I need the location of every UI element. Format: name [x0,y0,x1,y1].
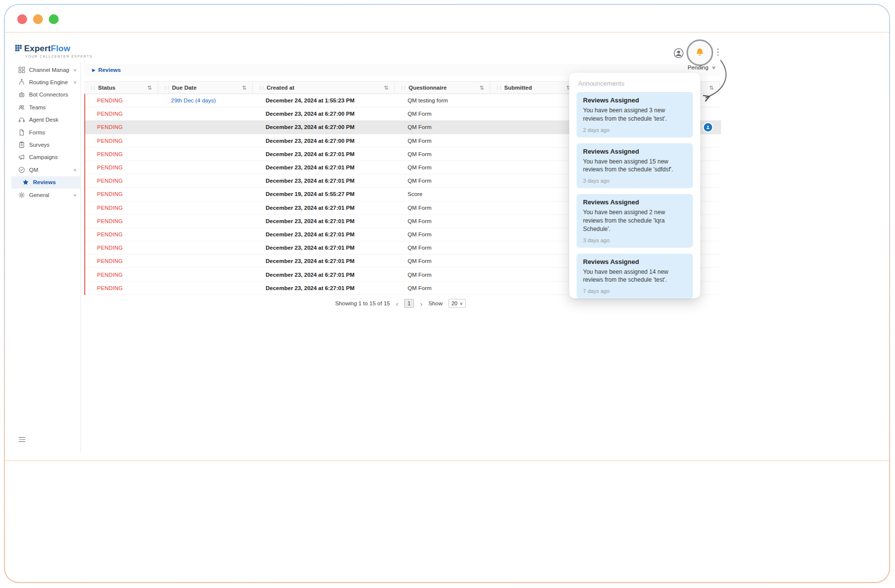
created-at-cell: December 24, 2024 at 1:55:23 PM [254,94,396,107]
sidebar-item-reviews[interactable]: Reviews [11,176,80,189]
created-at-cell: December 23, 2024 at 6:27:01 PM [254,174,396,187]
page-size-select[interactable]: 20 ∨ [448,299,466,308]
sidebar-item-agent-desk[interactable]: Agent Desk [11,114,80,126]
titlebar [5,5,889,33]
announcement-card[interactable]: Reviews AssignedYou have been assigned 3… [577,92,693,137]
announcement-title: Reviews Assigned [583,97,687,104]
collapse-sidebar-icon[interactable] [18,436,26,444]
due-date-cell [159,161,254,174]
current-page[interactable]: 1 [404,299,414,308]
sort-icon[interactable]: ⇅ [480,85,484,91]
prev-page-icon[interactable]: ‹ [396,300,398,307]
sidebar-item-general[interactable]: General∨ [11,189,80,201]
status-filter-value: Pending [688,65,708,70]
announcement-title: Reviews Assigned [583,198,687,206]
questionnaire-cell: QM Form [396,241,491,254]
status-cell: PENDING [85,282,159,294]
breadcrumb-expander-icon[interactable]: ▶ [92,68,95,72]
status-cell: PENDING [85,268,159,281]
minimize-window-icon[interactable] [33,14,43,24]
sidebar-item-routing-engine[interactable]: Routing Engine∨ [11,76,80,88]
submitted-cell [491,161,578,174]
sort-icon[interactable]: ⇅ [242,85,246,91]
document-icon [18,129,25,136]
pagination: Showing 1 to 15 of 15 ‹ 1 › Show 20 ∨ [81,299,720,308]
close-window-icon[interactable] [17,14,27,24]
sidebar-nav: Channel Manager∨Routing Engine∨Bot Conne… [11,63,80,201]
submitted-cell [491,241,578,254]
column-header-due-date[interactable]: ⋮⋮Due Date⇅ [158,82,253,94]
due-date-cell[interactable]: 29th Dec (4 days) [159,94,254,107]
column-header-status[interactable]: ⋮⋮Status⇅ [84,82,158,94]
submitted-cell [491,107,578,120]
announcement-card[interactable]: Reviews AssignedYou have been assigned 1… [577,254,693,298]
chevron-down-icon: ∨ [459,301,463,306]
sort-icon[interactable]: ⇅ [147,85,152,91]
brand-mark-icon [15,44,22,54]
user-avatar[interactable] [673,48,684,59]
status-cell: PENDING [85,201,159,214]
due-date-cell [159,228,254,241]
questionnaire-cell: QM Form [396,268,491,281]
questionnaire-cell: QM Form [396,201,491,214]
routing-icon [18,79,25,86]
questionnaire-cell: QM Form [396,121,491,133]
sidebar-item-campaigns[interactable]: Campaigns [11,151,80,163]
due-date-cell [159,215,254,228]
column-header-label: Status [98,85,115,91]
submitted-cell [491,148,578,161]
questionnaire-cell: QM Form [396,174,491,187]
announcement-card[interactable]: Reviews AssignedYou have been assigned 1… [577,143,693,189]
drag-handle-icon: ⋮⋮ [89,86,95,90]
breadcrumb-label: Reviews [98,67,121,73]
status-cell: PENDING [85,215,159,228]
column-header-submitted[interactable]: ⋮⋮Submitted⇅ [490,82,577,94]
sidebar: Channel Manager∨Routing Engine∨Bot Conne… [11,63,81,453]
created-at-cell: December 19, 2024 at 5:55:27 PM [254,188,396,200]
announcements-title: Announcements [578,80,691,87]
grid-icon [18,66,25,73]
breadcrumb[interactable]: ▶ Reviews [92,67,121,73]
sort-icon[interactable]: ⇅ [384,85,388,91]
sidebar-item-label: Routing Engine [29,79,68,85]
status-cell: PENDING [85,134,159,147]
sidebar-item-qm[interactable]: QM∧ [11,163,80,176]
due-date-cell [159,174,254,187]
campaign-icon [18,154,25,161]
sidebar-item-channel-manager[interactable]: Channel Manager∨ [11,64,80,76]
chevron-down-icon: ∨ [73,193,77,197]
app-window: ExpertFlow your callcenter experts ⋮ Cha… [4,4,890,583]
announcement-time: 3 days ago [583,178,687,184]
bot-icon [18,91,25,98]
sidebar-item-label: General [29,192,49,198]
announcement-body: You have been assigned 15 new reviews fr… [583,158,687,174]
sidebar-item-forms[interactable]: Forms [11,126,80,138]
next-page-icon[interactable]: › [420,300,422,307]
due-date-cell [159,282,254,294]
announcement-card[interactable]: Reviews AssignedYou have been assigned 2… [577,194,693,247]
column-header-questionnaire[interactable]: ⋮⋮Questionnaire⇅ [395,82,490,94]
announcement-title: Reviews Assigned [583,258,687,265]
sidebar-item-surveys[interactable]: Surveys [11,138,80,151]
created-at-cell: December 23, 2024 at 6:27:01 PM [254,228,396,241]
sort-icon[interactable]: ⇅ [709,85,714,91]
status-filter-dropdown[interactable]: Pending ∨ [688,65,716,70]
sidebar-item-bot-connectors[interactable]: Bot Connectors [11,89,80,101]
submitted-cell [491,215,578,228]
due-date-cell [159,255,254,267]
sidebar-item-label: Reviews [33,179,56,185]
people-icon [18,104,25,111]
status-cell: PENDING [85,94,159,107]
questionnaire-cell: QM Form [396,148,491,161]
notifications-bell-icon[interactable] [694,47,705,58]
announcement-body: You have been assigned 14 new reviews fr… [583,268,687,285]
brand-logo: ExpertFlow your callcenter experts [15,44,93,58]
column-header-created-at[interactable]: ⋮⋮Created at⇅ [253,82,395,94]
traffic-lights [17,14,59,24]
column-header-label: Created at [267,85,294,91]
star-icon [22,179,29,186]
maximize-window-icon[interactable] [49,14,59,24]
kebab-menu-icon[interactable]: ⋮ [714,47,722,57]
submitted-cell [491,174,578,187]
sidebar-item-teams[interactable]: Teams [11,101,80,113]
